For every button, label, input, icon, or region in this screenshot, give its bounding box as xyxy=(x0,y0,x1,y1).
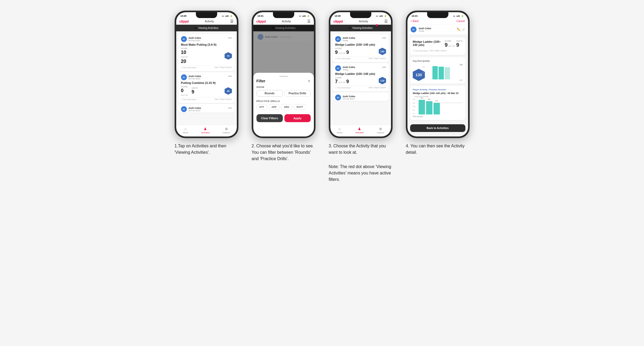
cancel-btn[interactable]: Cancel xyxy=(456,20,465,23)
caption-text-3-line1: 3. Choose the Activity that you want to … xyxy=(329,143,393,156)
user-name-3-2: Josh Coles xyxy=(343,66,355,69)
phone-1-screen: 13:20 ▪▪▪ wifi 🔋 clippd Activity ☰ ⊞ Vie… xyxy=(176,12,237,136)
viewing-bar-1[interactable]: ⊞ Viewing Activities xyxy=(176,25,237,31)
axis-label-4: APP xyxy=(459,79,462,81)
clear-filters-btn[interactable]: Clear Filters xyxy=(256,114,283,122)
activity-card-3-2[interactable]: JC Josh Coles Today ••• Wedge Ladder (10… xyxy=(332,63,389,91)
nav-activities-1[interactable]: ♟ Activities xyxy=(201,127,210,134)
detail-header-4: < Back Cancel xyxy=(407,18,468,24)
app-btn[interactable]: APP xyxy=(269,104,280,110)
activity-title-3-2: Wedge Ladder (100–140 yds) xyxy=(335,72,386,75)
detail-shots-block-4: Shots 9 xyxy=(456,40,462,48)
back-btn[interactable]: < Back xyxy=(411,20,419,23)
activity-card-3-1[interactable]: JC Josh Coles Today ••• Wedge Ladder (10… xyxy=(332,34,389,62)
detail-user-info-4: JC Josh Coles Today xyxy=(411,27,431,32)
player-activity-link-4[interactable]: Practice Session xyxy=(429,88,446,91)
caption-text-2: 2. Choose what you'd like to see. You ca… xyxy=(252,143,315,162)
session-y-labels-4: 140 120 100 80 60 xyxy=(413,99,418,114)
edit-icon-4[interactable]: ✏️ xyxy=(457,28,461,31)
shot-quality-3-1: 130 xyxy=(379,48,386,55)
nav-activities-label-3: Activities xyxy=(355,131,364,134)
score-col-1-1: Score 10 OUT OF 20 xyxy=(181,48,188,64)
hamburger-icon-2[interactable]: ☰ xyxy=(307,19,311,23)
hamburger-icon-3[interactable]: ☰ xyxy=(384,19,388,23)
ott-btn[interactable]: OTT xyxy=(256,104,267,110)
home-icon-1: ⌂ xyxy=(184,127,186,131)
close-icon[interactable]: ✕ xyxy=(308,79,311,83)
footer-left-1-2: ⓘ Test Information xyxy=(181,98,197,101)
app-title-3: Activity xyxy=(359,20,368,23)
phone-1-notch xyxy=(196,12,217,18)
shot-quality-axis-4: Shot Quality xyxy=(413,116,463,117)
session-bar-label-4-3: 124 xyxy=(435,100,438,102)
caption-2: 2. Choose what you'd like to see. You ca… xyxy=(252,143,315,164)
wifi-icon-3: wifi xyxy=(379,15,383,17)
detail-title-row-4: Wedge Ladder (100–140 yds) Score 9 OUT O… xyxy=(413,40,463,48)
more-dots-3-1[interactable]: ••• xyxy=(382,36,386,40)
battery-icon-4: 🔋 xyxy=(461,15,464,17)
more-dots-1-2[interactable]: ••• xyxy=(228,74,232,78)
detail-score-num-row-4: 9 OUT OF xyxy=(445,42,455,48)
viewing-bar-3[interactable]: ⊞ Viewing Activities xyxy=(330,25,391,31)
apply-btn[interactable]: Apply xyxy=(284,114,311,122)
user-date-1-1: 28 Feb 2023 xyxy=(188,39,201,42)
red-dot-3 xyxy=(376,24,378,26)
more-dots-1-1[interactable]: ••• xyxy=(228,36,232,40)
detail-content-4: Wedge Ladder (100–140 yds) Score 9 OUT O… xyxy=(407,35,468,136)
score-label-1-1: Score xyxy=(181,48,188,49)
user-info-3-3: Josh Coles 28 Feb 2023 xyxy=(343,95,355,100)
battery-icon-2: 🔋 xyxy=(307,15,310,17)
activities-icon-1: ♟ xyxy=(204,127,207,131)
more-dots-1-3[interactable]: ••• xyxy=(228,106,232,110)
session-bar-4-2: 129 xyxy=(426,101,432,114)
phone-3: 13:20 ▪▪▪ wifi 🔋 clippd Activity ☰ ⊞ Vie… xyxy=(329,11,393,138)
wifi-icon: wifi xyxy=(225,15,229,17)
nav-home-1[interactable]: ⌂ Home xyxy=(183,127,188,134)
status-time: 13:20 xyxy=(180,15,187,17)
signal-icon-4: ▪▪▪ xyxy=(453,15,456,17)
session-bar-label-4-1: 132 xyxy=(420,97,423,99)
phone-3-app-header: clippd Activity ☰ xyxy=(330,18,391,25)
avatar-row-3-2: JC Josh Coles Today xyxy=(335,65,355,71)
avatar-3-1: JC xyxy=(335,36,341,42)
avatar-row-1-3: JC Josh Coles 28 Feb 2023 xyxy=(181,106,201,112)
caption-text-4: 4. You can then see the Activity detail. xyxy=(406,143,470,156)
nav-home-3[interactable]: ⌂ Home xyxy=(337,127,342,134)
status-time-3: 13:20 xyxy=(335,15,341,17)
more-dots-3-2[interactable]: ••• xyxy=(382,65,386,69)
activity-card-3-3[interactable]: JC Josh Coles 28 Feb 2023 xyxy=(332,92,389,101)
signal-icon-2: ▪▪▪ xyxy=(299,15,301,17)
activity-card-1-3[interactable]: JC Josh Coles 28 Feb 2023 ••• xyxy=(178,104,235,113)
app-logo-3: clippd xyxy=(334,19,343,23)
activity-footer-1-1: ⓘ Test Information Data: Clippd Capture xyxy=(181,65,232,69)
status-icons-4: ▪▪▪ wifi 🔋 xyxy=(453,15,464,17)
expand-icon-4[interactable]: ⤢ xyxy=(462,28,465,31)
of-label-3-2: OUT OF xyxy=(339,82,346,83)
detail-score-block-4: Score 9 OUT OF xyxy=(445,40,455,48)
footer-left-1-1: ⓘ Test Information xyxy=(181,66,197,69)
avatar-1-3: JC xyxy=(181,106,187,112)
score-value-row-1-1: 10 OUT OF 20 xyxy=(181,50,188,64)
putt-btn[interactable]: PUTT xyxy=(294,104,306,110)
nav-capture-3[interactable]: ⊕ Capture xyxy=(377,127,384,134)
detail-user-date-4: Today xyxy=(419,30,431,32)
viewing-bar-text-1: Viewing Activities xyxy=(198,27,218,29)
nav-activities-3[interactable]: ♟ Activities xyxy=(355,127,364,134)
score-out-1-1: 20 xyxy=(181,59,186,64)
activity-title-1-1: Must Make Putting (3-6 ft) xyxy=(181,43,232,46)
session-chart-area-4: 140 120 100 80 60 xyxy=(413,99,463,114)
arg-btn[interactable]: ARG xyxy=(281,104,292,110)
rounds-btn[interactable]: Rounds xyxy=(256,90,283,97)
back-to-activities-btn[interactable]: Back to Activities xyxy=(410,124,465,132)
activity-list-1: JC Josh Coles 28 Feb 2023 ••• Must Make … xyxy=(176,31,237,125)
practice-drills-btn[interactable]: Practice Drills xyxy=(284,90,311,97)
hamburger-icon-1[interactable]: ☰ xyxy=(230,19,234,23)
nav-capture-1[interactable]: ⊕ Capture xyxy=(223,127,230,134)
shot-quality-1-1: 75 xyxy=(225,52,232,60)
footer-right-1-1: Data: Clippd Capture xyxy=(214,66,232,69)
activity-card-1-1[interactable]: JC Josh Coles 28 Feb 2023 ••• Must Make … xyxy=(178,34,235,71)
activity-card-1-2[interactable]: JC Josh Coles 28 Feb 2023 ••• Putting Co… xyxy=(178,72,235,103)
avatar-row-1-1: JC Josh Coles 28 Feb 2023 xyxy=(181,36,201,42)
modal-title: Filter xyxy=(256,79,266,83)
phone-4: 13:21 ▪▪▪ wifi 🔋 < Back Cancel JC J xyxy=(406,11,470,138)
